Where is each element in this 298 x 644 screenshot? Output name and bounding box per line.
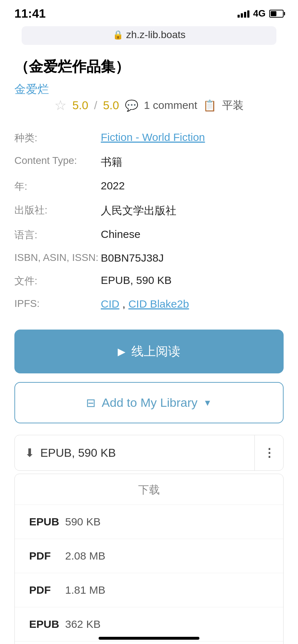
download-item-0[interactable]: EPUB 590 KB (15, 505, 283, 539)
status-bar: 11:41 4G (0, 0, 298, 24)
home-indicator (99, 637, 199, 640)
isbn-label: ISBN, ASIN, ISSN: (14, 252, 101, 264)
meta-row-ipfs: IPFS: CID , CID Blake2b (14, 293, 284, 315)
rating-row: ☆ 5.0 / 5.0 💬 1 comment 📋 平装 (14, 97, 284, 113)
meta-row-year: 年: 2022 (14, 175, 284, 198)
download-dropdown-panel: 下载 EPUB 590 KB PDF 2.08 MB PDF 1.81 MB E… (14, 474, 284, 644)
cid-blake2b-link[interactable]: CID Blake2b (128, 298, 189, 310)
library-icon: ⊟ (86, 396, 96, 410)
dropdown-header: 下载 (15, 474, 283, 505)
download-item-4[interactable]: EPUB 590 KB (15, 641, 283, 644)
download-more-button[interactable]: ⋮ (254, 435, 283, 470)
download-size-0: 590 KB (65, 516, 100, 528)
page-content: （金爱烂作品集） 金爱烂 ☆ 5.0 / 5.0 💬 1 comment 📋 平… (0, 50, 298, 644)
download-format-2: PDF (29, 584, 65, 596)
add-to-library-button[interactable]: ⊟ Add to My Library ▼ (14, 382, 284, 423)
meta-row-content-type: Content Type: 书籍 (14, 150, 284, 175)
file-label: 文件: (14, 274, 101, 288)
publisher-label: 出版社: (14, 203, 101, 218)
book-author-link[interactable]: 金爱烂 (14, 83, 49, 96)
meta-table: 种类: Fiction - World Fiction Content Type… (14, 126, 284, 315)
download-item-1[interactable]: PDF 2.08 MB (15, 539, 283, 573)
book-title: （金爱烂作品集） (14, 57, 284, 76)
download-item-3[interactable]: EPUB 362 KB (15, 607, 283, 641)
star-icon: ☆ (54, 97, 67, 113)
three-dots-icon: ⋮ (263, 446, 275, 460)
year-label: 年: (14, 180, 101, 193)
url-text: zh.z-lib.boats (126, 29, 186, 41)
meta-row-isbn: ISBN, ASIN, ISSN: B0BN75J38J (14, 247, 284, 269)
download-label: EPUB, 590 KB (40, 446, 116, 460)
url-bar[interactable]: 🔒 zh.z-lib.boats (22, 26, 276, 45)
genre-value[interactable]: Fiction - World Fiction (101, 131, 284, 145)
file-value: EPUB, 590 KB (101, 274, 284, 288)
meta-row-file: 文件: EPUB, 590 KB (14, 269, 284, 293)
download-row: ⬇ EPUB, 590 KB ⋮ (14, 435, 284, 471)
battery-icon (269, 10, 284, 18)
signal-bars-icon (238, 10, 249, 18)
rating-value: 5.0 (72, 99, 88, 112)
read-online-button[interactable]: ▶ 线上阅读 (14, 330, 284, 373)
meta-row-genre: 种类: Fiction - World Fiction (14, 126, 284, 150)
rating-separator: / (94, 99, 97, 112)
format-icon: 📋 (203, 99, 216, 112)
download-format-3: EPUB (29, 618, 65, 630)
language-label: 语言: (14, 228, 101, 242)
cid-link[interactable]: CID (101, 298, 119, 310)
download-size-1: 2.08 MB (65, 550, 105, 562)
publisher-value: 人民文学出版社 (101, 203, 284, 218)
lock-icon: 🔒 (113, 30, 123, 40)
ipfs-label: IPFS: (14, 298, 101, 310)
meta-row-publisher: 出版社: 人民文学出版社 (14, 198, 284, 223)
ipfs-value: CID , CID Blake2b (101, 298, 284, 310)
signal-4g-label: 4G (253, 8, 266, 19)
download-icon: ⬇ (25, 446, 35, 460)
status-right: 4G (238, 8, 284, 19)
genre-label: 种类: (14, 131, 101, 145)
download-item-2[interactable]: PDF 1.81 MB (15, 573, 283, 607)
content-type-value: 书籍 (101, 155, 284, 170)
read-online-label: 线上阅读 (131, 343, 180, 360)
play-icon: ▶ (118, 346, 126, 358)
download-format-0: EPUB (29, 516, 65, 528)
comment-icon: 💬 (125, 99, 138, 112)
download-size-3: 362 KB (65, 618, 100, 630)
download-format-1: PDF (29, 550, 65, 562)
meta-row-language: 语言: Chinese (14, 223, 284, 247)
add-to-library-label: Add to My Library (101, 396, 197, 410)
rating-max: 5.0 (103, 99, 119, 112)
download-size-2: 1.81 MB (65, 584, 105, 596)
language-value: Chinese (101, 228, 284, 242)
comment-count: 1 comment (144, 99, 197, 111)
download-main-button[interactable]: ⬇ EPUB, 590 KB (15, 435, 254, 470)
chevron-down-icon: ▼ (203, 398, 212, 408)
book-format: 平装 (222, 98, 244, 113)
status-time: 11:41 (14, 6, 46, 20)
isbn-value: B0BN75J38J (101, 252, 284, 264)
year-value: 2022 (101, 180, 284, 193)
content-type-label: Content Type: (14, 155, 101, 170)
